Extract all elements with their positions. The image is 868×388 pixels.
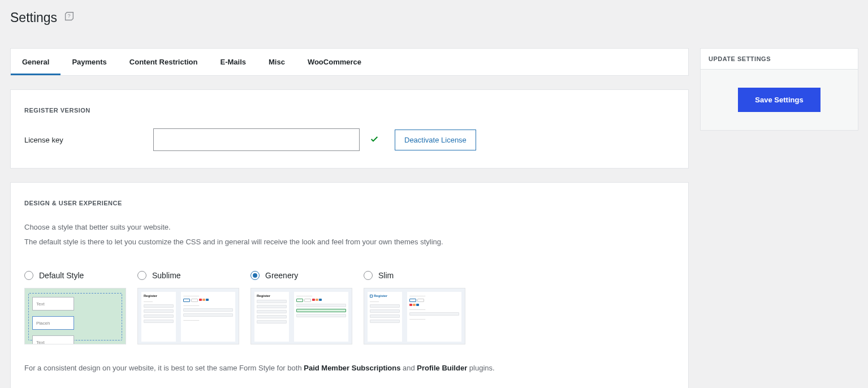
tab-woocommerce[interactable]: WooCommerce xyxy=(296,49,373,75)
preview-default: Text Placeh Text Text xyxy=(24,288,126,344)
license-key-label: License key xyxy=(24,136,143,144)
radio-sublime[interactable] xyxy=(137,271,146,280)
radio-slim[interactable] xyxy=(364,271,373,280)
style-option-greenery[interactable]: Greenery Register ——————— xyxy=(251,271,352,344)
style-label-greenery: Greenery xyxy=(265,271,298,280)
style-options: Default Style Text Placeh Text Text xyxy=(24,271,675,344)
preview-greenery: Register ——————— xyxy=(251,288,352,344)
tab-payments[interactable]: Payments xyxy=(61,49,118,75)
design-footnote: For a consistent design on your website,… xyxy=(24,364,675,372)
svg-text:?: ? xyxy=(68,13,71,19)
tab-general[interactable]: General xyxy=(11,49,61,75)
register-heading: REGISTER VERSION xyxy=(24,107,675,114)
preview-slim: Register ———— ——————— ——————— ——————— xyxy=(364,288,465,344)
style-label-default: Default Style xyxy=(39,271,84,280)
page-title: Settings xyxy=(10,10,57,25)
update-settings-heading: UPDATE SETTINGS xyxy=(701,49,858,70)
radio-default[interactable] xyxy=(24,271,33,280)
style-option-default[interactable]: Default Style Text Placeh Text Text xyxy=(24,271,126,344)
style-option-sublime[interactable]: Sublime Register ———— ——————— ——————— xyxy=(137,271,239,344)
deactivate-license-button[interactable]: Deactivate License xyxy=(395,130,476,150)
radio-greenery[interactable] xyxy=(251,271,260,280)
style-label-sublime: Sublime xyxy=(152,271,181,280)
design-desc-2: The default style is there to let you cu… xyxy=(24,236,675,248)
check-icon xyxy=(370,135,379,145)
style-label-slim: Slim xyxy=(378,271,394,280)
help-icon[interactable]: ? xyxy=(63,11,75,25)
tab-content-restriction[interactable]: Content Restriction xyxy=(118,49,209,75)
design-desc-1: Choose a style that better suits your we… xyxy=(24,221,675,234)
tab-misc[interactable]: Misc xyxy=(257,49,296,75)
register-version-panel: REGISTER VERSION License key Deactivate … xyxy=(10,89,689,169)
tab-emails[interactable]: E-Mails xyxy=(209,49,257,75)
page-header: Settings ? xyxy=(10,10,858,25)
license-key-input[interactable] xyxy=(153,128,360,151)
design-heading: DESIGN & USER EXPERIENCE xyxy=(24,200,675,206)
save-settings-button[interactable]: Save Settings xyxy=(738,88,820,112)
update-settings-panel: UPDATE SETTINGS Save Settings xyxy=(700,48,858,131)
style-option-slim[interactable]: Slim Register ———— ——————— ——————— xyxy=(364,271,465,344)
preview-sublime: Register ———— ——————— ——————— ——————— xyxy=(137,288,239,344)
settings-tabs: General Payments Content Restriction E-M… xyxy=(10,48,689,76)
design-panel: DESIGN & USER EXPERIENCE Choose a style … xyxy=(10,182,689,388)
